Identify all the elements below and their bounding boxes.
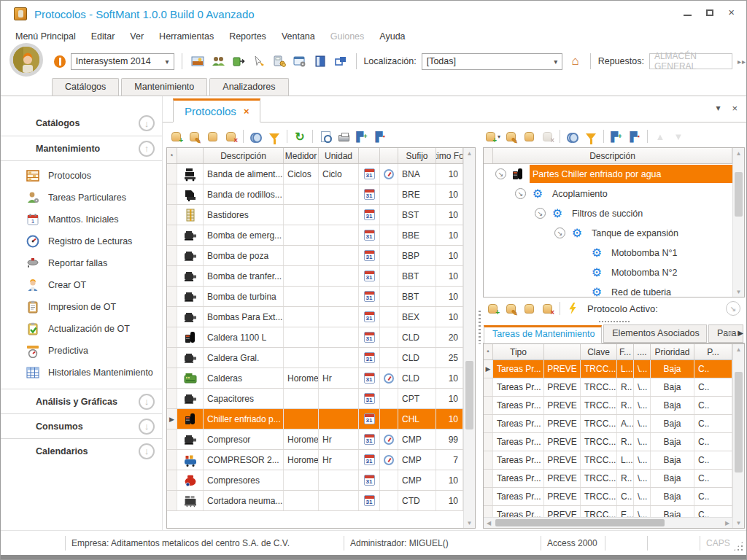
parts-collapse-button[interactable]: ▛▪ xyxy=(627,128,643,144)
repuestos-browse-button[interactable]: ▸▸ xyxy=(738,58,746,66)
tasks-row[interactable]: Tareas Pr...PREVETRCC...E...\...BajaC.. xyxy=(484,506,732,517)
menu-men-principal[interactable]: Menú Principal xyxy=(15,31,76,42)
protocols-expand-button[interactable]: ▛+ xyxy=(354,128,370,144)
tasks-column-col-2[interactable] xyxy=(544,344,581,359)
menu-ver[interactable]: Ver xyxy=(130,31,144,42)
sidebar-item-protocolos[interactable]: Protocolos xyxy=(1,165,162,187)
scroll-down-icon[interactable]: ▼ xyxy=(733,287,744,297)
sidebar-section-cat-logos[interactable]: Catálogos ↓ xyxy=(1,111,162,136)
company-select[interactable]: Interasystem 2014 ▾ xyxy=(71,53,174,70)
protocols-row[interactable]: CompresorHorome...Hr31CMP99 xyxy=(167,429,463,450)
protocols-edit-button[interactable]: ✎ xyxy=(186,128,202,144)
expand-section-icon[interactable]: ↓ xyxy=(139,419,155,435)
sidebar-section-consumos[interactable]: Consumos ↓ xyxy=(1,413,162,438)
toolbar-panel-button[interactable] xyxy=(312,53,328,69)
tree-column-header[interactable]: Descripción xyxy=(493,148,732,163)
module-tab-mantenimiento[interactable]: Mantenimiento xyxy=(121,78,207,96)
toolbar-pointer-edit-button[interactable] xyxy=(251,53,267,69)
protocols-column-icon-6[interactable] xyxy=(380,148,398,163)
protocols-column-Unidad[interactable]: Unidad xyxy=(319,148,359,163)
panel-collapse-icon[interactable]: ↘ xyxy=(726,301,740,316)
protocols-row[interactable]: Caldera 1100 L31CLD20 xyxy=(167,327,463,348)
protocols-row[interactable]: COMPRESOR 2...Horome...Hr31CMP7 xyxy=(167,450,463,470)
protocols-row[interactable]: Banda de aliment...CiclosCiclo31BNA10 xyxy=(167,164,463,184)
protocols-column-*[interactable]: * xyxy=(167,148,177,163)
maximize-button[interactable] xyxy=(706,9,713,16)
scroll-down-icon[interactable]: ▼ xyxy=(733,518,744,528)
active-bolt-button[interactable] xyxy=(565,300,581,316)
protocols-column-Descripción[interactable]: Descripción xyxy=(204,148,284,163)
scroll-right-icon[interactable]: ▶ xyxy=(722,518,732,528)
localization-select[interactable]: [Todas] ▾ xyxy=(422,53,563,70)
protocols-row[interactable]: ▶Chiller enfriado p...31CHL10 xyxy=(167,409,463,429)
tab-list-dropdown[interactable]: ▾ xyxy=(716,103,720,114)
toolbar-calculator-button[interactable] xyxy=(271,53,287,69)
sidebar-item-reportar-fallas[interactable]: Reportar fallas xyxy=(1,252,162,274)
tab-scroll-right-icon[interactable]: ▶ xyxy=(738,329,743,337)
tasks-row[interactable]: ▶Tareas Pr...PREVETRCC...L...\...BajaC.. xyxy=(484,360,732,378)
active-edit-button[interactable]: ✎ xyxy=(503,300,519,316)
tasks-row[interactable]: Tareas Pr...PREVETRCC...R..\...BajaC.. xyxy=(484,397,732,415)
parts-search-button[interactable] xyxy=(565,128,581,144)
protocols-search-button[interactable] xyxy=(248,128,264,144)
toolbar-exit-box-button[interactable] xyxy=(231,53,247,69)
sidebar-item-tareas-particulares[interactable]: Tareas Particulares xyxy=(1,187,162,209)
tasks-row[interactable]: Tareas Pr...PREVETRCC...R..\...BajaC.. xyxy=(484,470,732,488)
tree-vscrollbar[interactable]: ▲ ▼ xyxy=(732,148,744,297)
tasks-column-Tipo[interactable]: Tipo xyxy=(493,344,544,359)
active-view-button[interactable] xyxy=(521,300,537,316)
protocols-row[interactable]: Bomba de emerg...31BBE10 xyxy=(167,225,463,246)
tree-node[interactable]: ⚙Red de tuberia xyxy=(484,282,732,297)
tasks-grid-vscrollbar[interactable]: ▲ ▼ xyxy=(732,344,744,528)
tab-elementos-asociados[interactable]: Elementos Asociados xyxy=(603,324,707,343)
protocols-delete-button[interactable]: × xyxy=(222,128,239,144)
protocols-view-button[interactable] xyxy=(204,128,220,144)
protocols-row[interactable]: Bastidores31BST10 xyxy=(167,205,463,225)
tab-tareas-de-mantenimiento[interactable]: Tareas de Mantenimiento xyxy=(484,325,602,343)
tree-expander-icon[interactable]: ↘ xyxy=(515,188,526,199)
menu-herramientas[interactable]: Herramientas xyxy=(159,31,214,42)
tab-protocolos[interactable]: Protocolos × xyxy=(173,98,260,122)
tasks-grid-hscrollbar[interactable]: ◀ ▶ xyxy=(484,517,732,528)
sidebar-section-mantenimiento[interactable]: Mantenimiento ↑ xyxy=(1,136,162,160)
sidebar-item-actualizaci-n-de-ot[interactable]: Actualización de OT xyxy=(1,318,162,340)
close-button[interactable]: × xyxy=(728,8,735,17)
protocols-row[interactable]: Bomba de turbina31BBT10 xyxy=(167,287,463,307)
protocols-column-icon-5[interactable] xyxy=(359,148,380,163)
scroll-up-icon[interactable]: ▲ xyxy=(733,148,744,158)
active-add-button[interactable]: + xyxy=(484,300,500,316)
parts-filter-button[interactable] xyxy=(583,128,599,144)
sidebar-item-registro-de-lecturas[interactable]: Registro de Lecturas xyxy=(1,230,162,252)
tasks-row[interactable]: Tareas Pr...PREVETRCC...C..\...BajaC.. xyxy=(484,488,732,506)
tree-expander-icon[interactable]: ↘ xyxy=(554,228,565,238)
protocols-refresh-button[interactable]: ↻ xyxy=(292,128,308,144)
protocols-add-button[interactable]: + xyxy=(168,128,184,144)
minimize-button[interactable] xyxy=(684,15,692,16)
tree-node[interactable]: ↘Partes Chiller enfriado por agua xyxy=(484,164,732,184)
protocols-row[interactable]: Bomba de poza31BBP10 xyxy=(167,246,463,266)
toolbar-windows-switch-button[interactable] xyxy=(333,53,349,69)
tree-node[interactable]: ↘⚙Tanque de expansión xyxy=(484,223,732,243)
collapse-section-icon[interactable]: ↑ xyxy=(139,141,155,157)
scroll-down-icon[interactable]: ▼ xyxy=(464,518,475,528)
protocols-column-Ultimo Folio[interactable]: Ultimo Folio xyxy=(436,148,463,163)
tree-node[interactable]: ↘⚙Filtros de succión xyxy=(484,203,732,223)
protocols-row[interactable]: Cortadora neuma...31CTD10 xyxy=(167,491,463,511)
menu-ventana[interactable]: Ventana xyxy=(282,31,315,42)
module-tab-analizadores[interactable]: Analizadores xyxy=(209,78,288,96)
sidebar-item-manttos-iniciales[interactable]: 1 Manttos. Iniciales xyxy=(1,209,162,230)
expand-section-icon[interactable]: ↓ xyxy=(139,115,155,131)
tab-close-icon[interactable]: × xyxy=(244,106,249,117)
protocols-row[interactable]: Bomba de tranfer...31BBT10 xyxy=(167,266,463,287)
protocols-grid-vscrollbar[interactable]: ▲ ▼ xyxy=(463,148,475,528)
menu-ayuda[interactable]: Ayuda xyxy=(379,31,405,42)
tree-node[interactable]: ⚙Motobomba N°1 xyxy=(484,243,732,262)
tree-expander-icon[interactable]: ↘ xyxy=(535,208,546,219)
tasks-column-P...[interactable]: P... xyxy=(694,344,732,359)
sidebar-item-predictiva[interactable]: Predictiva xyxy=(1,340,162,362)
protocols-row[interactable]: CalderasHorome...Hr31CLD10 xyxy=(167,368,463,389)
tasks-row[interactable]: Tareas Pr...PREVETRCC...L...\...BajaC.. xyxy=(484,451,732,470)
tasks-column-*[interactable]: * xyxy=(484,344,493,359)
tasks-row[interactable]: Tareas Pr...PREVETRCC...A...\...BajaC.. xyxy=(484,415,732,433)
protocols-row[interactable]: Banda de rodillos...31BRE10 xyxy=(167,184,463,205)
